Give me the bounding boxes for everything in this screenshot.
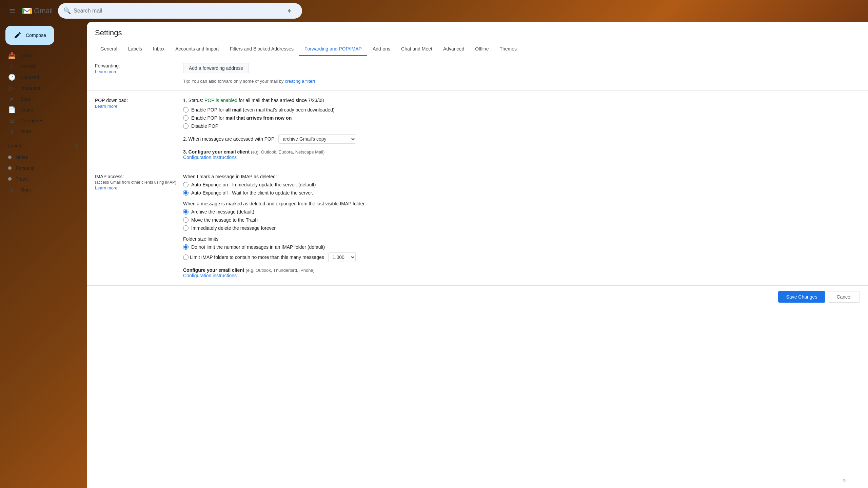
sidebar-item-snoozed-label: Snoozed	[20, 75, 39, 80]
tab-themes[interactable]: Themes	[494, 43, 522, 56]
compose-button[interactable]: Compose	[5, 26, 54, 45]
more-labels-icon: ∨	[8, 186, 15, 194]
sidebar-item-inbox[interactable]: 📥 Inbox	[0, 50, 81, 61]
folder-limits-radio-group: Do not limit the number of messages in a…	[183, 244, 860, 262]
imap-archive-msg[interactable]: Archive the message (default)	[183, 209, 860, 215]
cancel-button[interactable]: Cancel	[828, 291, 860, 303]
imap-config-link[interactable]: Configuration instructions	[183, 273, 860, 278]
folder-no-limit[interactable]: Do not limit the number of messages in a…	[183, 244, 860, 250]
gmail-logo-text: Gmail	[34, 6, 53, 15]
imap-learn-more[interactable]: Learn more	[95, 185, 183, 190]
tab-chat[interactable]: Chat and Meet	[396, 43, 438, 56]
imap-auto-expunge-on[interactable]: Auto-Expunge on - Immediately update the…	[183, 182, 860, 187]
label-item-travel[interactable]: Travel	[0, 174, 81, 184]
tab-advanced[interactable]: Advanced	[438, 43, 470, 56]
tab-offline[interactable]: Offline	[470, 43, 494, 56]
add-forwarding-button[interactable]: Add a forwarding address	[183, 63, 249, 73]
forwarding-label: Forwarding:	[95, 63, 183, 68]
sidebar-item-snoozed[interactable]: 🕐 Snoozed	[0, 72, 81, 83]
imap-expunge-radio-group: Auto-Expunge on - Immediately update the…	[183, 182, 860, 196]
labels-section-header: Labels +	[0, 137, 87, 152]
imap-auto1: Auto-Expunge on - Immediately update the…	[191, 182, 316, 187]
sidebar-item-starred-label: Starred	[20, 64, 36, 69]
pop-label-col: POP download: Learn more	[95, 98, 183, 160]
folder-radio-no-limit[interactable]	[183, 244, 189, 250]
folder-radio-limit[interactable]	[183, 255, 189, 260]
pop-status-suffix: for all mail that has arrived since 7/23…	[239, 98, 324, 103]
pop-option-disable[interactable]: Disable POP	[183, 123, 860, 129]
tab-filters[interactable]: Filters and Blocked Addresses	[224, 43, 299, 56]
pocketlint-badge: Pocketlint	[839, 477, 864, 484]
settings-title: Settings	[95, 28, 860, 37]
pop-config-link[interactable]: Configuration instructions	[183, 155, 860, 160]
pop-option-all-mail[interactable]: Enable POP for all mail (even mail that'…	[183, 107, 860, 113]
pop-config: 3. Configure your email client (e.g. Out…	[183, 149, 860, 160]
sidebar-item-sent-label: Sent	[20, 96, 30, 102]
pop-radio-disable[interactable]	[183, 123, 189, 129]
travel-dot	[8, 177, 12, 181]
folder-limits-section: Folder size limits Do not limit the numb…	[183, 236, 860, 262]
pop-when-dropdown[interactable]: archive Gmail's copy delete Gmail's copy…	[278, 134, 356, 144]
sidebar-item-categories[interactable]: ⊞ Categories	[0, 115, 81, 126]
tab-labels[interactable]: Labels	[123, 43, 147, 56]
pop-radio-from-now[interactable]	[183, 115, 189, 121]
sidebar-item-more-labels[interactable]: ∨ More	[0, 184, 81, 195]
sidebar-item-sent[interactable]: ➤ Sent	[0, 94, 81, 104]
pop-radio-all-mail[interactable]	[183, 107, 189, 113]
imap-radio-delete[interactable]	[183, 225, 189, 231]
sidebar-item-inbox-label: Inbox	[20, 53, 32, 58]
starred-icon: ☆	[8, 63, 15, 70]
label-item-notes[interactable]: Notes	[0, 152, 81, 163]
imap-move-trash[interactable]: Move the message to the Trash	[183, 217, 860, 223]
imap-expunge-title: When a message is marked as deleted and …	[183, 201, 860, 206]
imap-radio-auto-on[interactable]	[183, 182, 189, 187]
tab-addons[interactable]: Add-ons	[367, 43, 396, 56]
inbox-icon: 📥	[8, 52, 15, 59]
content-area: Settings General Labels Inbox Accounts a…	[87, 22, 868, 488]
sidebar-item-starred[interactable]: ☆ Starred	[0, 61, 81, 72]
pop-content: 1. Status: POP is enabled for all mail t…	[183, 98, 860, 160]
imap-radio-trash[interactable]	[183, 217, 189, 223]
forwarding-learn-more[interactable]: Learn more	[95, 69, 183, 74]
add-label-button[interactable]: +	[72, 141, 81, 150]
gmail-logo[interactable]: Gmail	[22, 6, 53, 15]
sidebar-item-more-1-label: More	[20, 129, 31, 134]
pop-option-from-now[interactable]: Enable POP for mail that arrives from no…	[183, 115, 860, 121]
travel-label: Travel	[16, 176, 28, 182]
menu-button[interactable]	[5, 4, 19, 18]
imap-config-title: Configure your email client	[183, 267, 244, 273]
creating-filter-link[interactable]: creating a filter!	[285, 79, 315, 84]
imap-sub: (access Gmail from other clients using I…	[95, 180, 183, 185]
folder-limit-option[interactable]: Limit IMAP folders to contain no more th…	[183, 252, 860, 262]
pop-label: POP download:	[95, 98, 183, 103]
tab-inbox[interactable]: Inbox	[147, 43, 170, 56]
tab-accounts[interactable]: Accounts and Import	[170, 43, 224, 56]
sidebar-item-drafts[interactable]: 📄 Drafts	[0, 104, 81, 115]
imap-expunge-action-group: Archive the message (default) Move the m…	[183, 209, 860, 231]
tab-forwarding[interactable]: Forwarding and POP/IMAP	[299, 43, 367, 56]
imap-delete-forever[interactable]: Immediately delete the message forever	[183, 225, 860, 231]
sidebar-item-important[interactable]: ▷ Important	[0, 83, 81, 94]
notes-label: Notes	[16, 155, 28, 160]
top-bar: Gmail 🔍	[0, 0, 868, 22]
personal-label: Personal	[16, 165, 34, 171]
main-layout: Compose 📥 Inbox ☆ Starred 🕐 Snoozed ▷ Im…	[0, 22, 868, 488]
forwarding-label-col: Forwarding: Learn more	[95, 63, 183, 84]
save-changes-button[interactable]: Save Changes	[778, 291, 826, 303]
tab-general[interactable]: General	[95, 43, 123, 56]
sidebar-item-more-1[interactable]: ∨ More	[0, 126, 81, 137]
settings-tabs: General Labels Inbox Accounts and Import…	[95, 43, 860, 56]
imap-radio-archive[interactable]	[183, 209, 189, 215]
imap-auto-expunge-off[interactable]: Auto-Expunge off - Wait for the client t…	[183, 190, 860, 196]
imap-content: When I mark a message in IMAP as deleted…	[183, 174, 860, 278]
pop-when-label: 2. When messages are accessed with POP a…	[183, 134, 860, 144]
folder-limit-dropdown[interactable]: 1,000 2,000 5,000 10,000	[328, 252, 356, 262]
settings-footer: Save Changes Cancel	[87, 285, 868, 308]
imap-radio-auto-off[interactable]	[183, 190, 189, 196]
compose-label: Compose	[26, 33, 46, 38]
folder-limits-title: Folder size limits	[183, 236, 860, 242]
search-input[interactable]	[74, 8, 280, 14]
pop-learn-more[interactable]: Learn more	[95, 104, 183, 109]
search-options-button[interactable]	[283, 4, 297, 18]
label-item-personal[interactable]: Personal	[0, 163, 81, 174]
